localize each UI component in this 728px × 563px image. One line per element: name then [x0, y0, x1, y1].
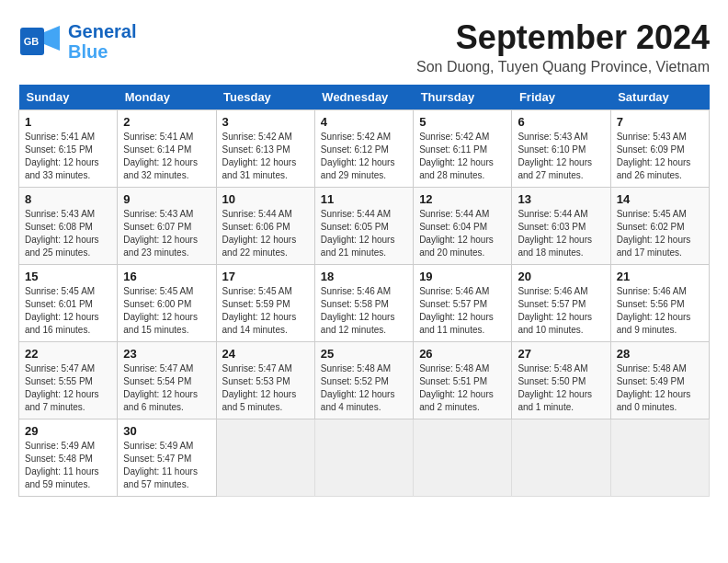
day-number: 26 [419, 347, 506, 361]
svg-marker-2 [44, 26, 60, 51]
day-number: 16 [123, 270, 210, 283]
day-number: 15 [25, 270, 111, 283]
day-number: 14 [617, 192, 703, 206]
day-info: Sunrise: 5:41 AM Sunset: 6:14 PM Dayligh… [123, 131, 210, 182]
calendar-day-cell [414, 419, 512, 497]
calendar-day-cell: 11Sunrise: 5:44 AM Sunset: 6:05 PM Dayli… [314, 188, 413, 265]
day-number: 1 [25, 115, 111, 129]
calendar-day-cell: 1Sunrise: 5:41 AM Sunset: 6:15 PM Daylig… [19, 110, 118, 188]
calendar-day-cell: 22Sunrise: 5:47 AM Sunset: 5:55 PM Dayli… [19, 342, 118, 419]
day-info: Sunrise: 5:45 AM Sunset: 5:59 PM Dayligh… [222, 285, 309, 337]
calendar-day-cell: 18Sunrise: 5:46 AM Sunset: 5:58 PM Dayli… [314, 265, 413, 342]
calendar-day-cell: 19Sunrise: 5:46 AM Sunset: 5:57 PM Dayli… [414, 265, 512, 342]
logo-icon: GB [18, 18, 64, 64]
day-info: Sunrise: 5:48 AM Sunset: 5:49 PM Dayligh… [617, 362, 703, 414]
calendar-day-cell: 3Sunrise: 5:42 AM Sunset: 6:13 PM Daylig… [216, 110, 314, 188]
day-number: 2 [123, 115, 210, 129]
calendar-day-cell [610, 419, 709, 497]
day-info: Sunrise: 5:43 AM Sunset: 6:09 PM Dayligh… [617, 131, 703, 182]
calendar-day-cell: 24Sunrise: 5:47 AM Sunset: 5:53 PM Dayli… [216, 342, 314, 419]
calendar-day-cell: 6Sunrise: 5:43 AM Sunset: 6:10 PM Daylig… [512, 110, 610, 188]
logo-line1: General [68, 21, 136, 41]
calendar-table: Sunday Monday Tuesday Wednesday Thursday… [18, 85, 710, 497]
day-number: 5 [419, 115, 506, 129]
calendar-day-cell: 7Sunrise: 5:43 AM Sunset: 6:09 PM Daylig… [610, 110, 709, 188]
calendar-day-cell [512, 419, 610, 497]
day-number: 4 [321, 115, 407, 129]
day-number: 30 [123, 424, 210, 438]
calendar-day-cell: 8Sunrise: 5:43 AM Sunset: 6:08 PM Daylig… [19, 188, 118, 265]
day-info: Sunrise: 5:42 AM Sunset: 6:13 PM Dayligh… [222, 131, 309, 182]
day-info: Sunrise: 5:42 AM Sunset: 6:12 PM Dayligh… [321, 131, 407, 182]
day-number: 20 [518, 270, 604, 283]
day-info: Sunrise: 5:44 AM Sunset: 6:05 PM Dayligh… [321, 208, 407, 259]
calendar-day-cell: 29Sunrise: 5:49 AM Sunset: 5:48 PM Dayli… [19, 419, 118, 497]
day-number: 13 [518, 192, 604, 206]
calendar-day-cell: 28Sunrise: 5:48 AM Sunset: 5:49 PM Dayli… [610, 342, 709, 419]
logo: GB General Blue [18, 18, 136, 64]
day-number: 23 [123, 347, 210, 361]
calendar-day-cell: 17Sunrise: 5:45 AM Sunset: 5:59 PM Dayli… [216, 265, 314, 342]
calendar-header-row: Sunday Monday Tuesday Wednesday Thursday… [19, 85, 710, 110]
day-number: 27 [518, 347, 604, 361]
day-info: Sunrise: 5:45 AM Sunset: 6:00 PM Dayligh… [123, 285, 210, 337]
day-info: Sunrise: 5:47 AM Sunset: 5:54 PM Dayligh… [123, 362, 210, 414]
calendar-day-cell: 13Sunrise: 5:44 AM Sunset: 6:03 PM Dayli… [512, 188, 610, 265]
day-info: Sunrise: 5:43 AM Sunset: 6:08 PM Dayligh… [25, 208, 111, 259]
calendar-week-row: 15Sunrise: 5:45 AM Sunset: 6:01 PM Dayli… [19, 265, 710, 342]
calendar-title-section: September 2024 Son Duong, Tuyen Quang Pr… [416, 18, 710, 75]
day-number: 28 [617, 347, 703, 361]
day-number: 25 [321, 347, 407, 361]
day-info: Sunrise: 5:45 AM Sunset: 6:02 PM Dayligh… [617, 208, 703, 259]
calendar-day-cell [216, 419, 314, 497]
calendar-day-cell: 14Sunrise: 5:45 AM Sunset: 6:02 PM Dayli… [610, 188, 709, 265]
day-info: Sunrise: 5:42 AM Sunset: 6:11 PM Dayligh… [419, 131, 506, 182]
day-info: Sunrise: 5:46 AM Sunset: 5:57 PM Dayligh… [419, 285, 506, 337]
calendar-week-row: 8Sunrise: 5:43 AM Sunset: 6:08 PM Daylig… [19, 188, 710, 265]
day-info: Sunrise: 5:46 AM Sunset: 5:56 PM Dayligh… [617, 285, 703, 337]
day-info: Sunrise: 5:43 AM Sunset: 6:10 PM Dayligh… [518, 131, 604, 182]
day-number: 21 [617, 270, 703, 283]
calendar-day-cell: 16Sunrise: 5:45 AM Sunset: 6:00 PM Dayli… [118, 265, 216, 342]
calendar-day-cell: 20Sunrise: 5:46 AM Sunset: 5:57 PM Dayli… [512, 265, 610, 342]
calendar-day-cell: 12Sunrise: 5:44 AM Sunset: 6:04 PM Dayli… [414, 188, 512, 265]
day-info: Sunrise: 5:46 AM Sunset: 5:58 PM Dayligh… [321, 285, 407, 337]
day-info: Sunrise: 5:48 AM Sunset: 5:50 PM Dayligh… [518, 362, 604, 414]
calendar-day-cell: 10Sunrise: 5:44 AM Sunset: 6:06 PM Dayli… [216, 188, 314, 265]
day-number: 18 [321, 270, 407, 283]
page-header: GB General Blue September 2024 Son Duong… [18, 18, 710, 75]
day-info: Sunrise: 5:49 AM Sunset: 5:47 PM Dayligh… [123, 440, 210, 491]
day-number: 12 [419, 192, 506, 206]
day-info: Sunrise: 5:46 AM Sunset: 5:57 PM Dayligh… [518, 285, 604, 337]
day-number: 29 [25, 424, 111, 438]
calendar-day-cell: 30Sunrise: 5:49 AM Sunset: 5:47 PM Dayli… [118, 419, 216, 497]
calendar-day-cell [314, 419, 413, 497]
day-number: 9 [123, 192, 210, 206]
calendar-day-cell: 27Sunrise: 5:48 AM Sunset: 5:50 PM Dayli… [512, 342, 610, 419]
day-number: 17 [222, 270, 309, 283]
col-sunday: Sunday [19, 85, 118, 110]
col-tuesday: Tuesday [216, 85, 314, 110]
day-number: 7 [617, 115, 703, 129]
calendar-day-cell: 5Sunrise: 5:42 AM Sunset: 6:11 PM Daylig… [414, 110, 512, 188]
logo-line2: Blue [68, 41, 108, 62]
col-wednesday: Wednesday [314, 85, 413, 110]
col-thursday: Thursday [414, 85, 512, 110]
calendar-day-cell: 25Sunrise: 5:48 AM Sunset: 5:52 PM Dayli… [314, 342, 413, 419]
day-info: Sunrise: 5:43 AM Sunset: 6:07 PM Dayligh… [123, 208, 210, 259]
col-saturday: Saturday [610, 85, 709, 110]
calendar-week-row: 22Sunrise: 5:47 AM Sunset: 5:55 PM Dayli… [19, 342, 710, 419]
day-number: 19 [419, 270, 506, 283]
calendar-day-cell: 23Sunrise: 5:47 AM Sunset: 5:54 PM Dayli… [118, 342, 216, 419]
calendar-day-cell: 15Sunrise: 5:45 AM Sunset: 6:01 PM Dayli… [19, 265, 118, 342]
col-friday: Friday [512, 85, 610, 110]
day-number: 22 [25, 347, 111, 361]
day-info: Sunrise: 5:48 AM Sunset: 5:51 PM Dayligh… [419, 362, 506, 414]
col-monday: Monday [118, 85, 216, 110]
day-number: 8 [25, 192, 111, 206]
day-number: 10 [222, 192, 309, 206]
calendar-subtitle: Son Duong, Tuyen Quang Province, Vietnam [416, 59, 710, 75]
day-number: 24 [222, 347, 309, 361]
day-info: Sunrise: 5:44 AM Sunset: 6:03 PM Dayligh… [518, 208, 604, 259]
calendar-week-row: 29Sunrise: 5:49 AM Sunset: 5:48 PM Dayli… [19, 419, 710, 497]
